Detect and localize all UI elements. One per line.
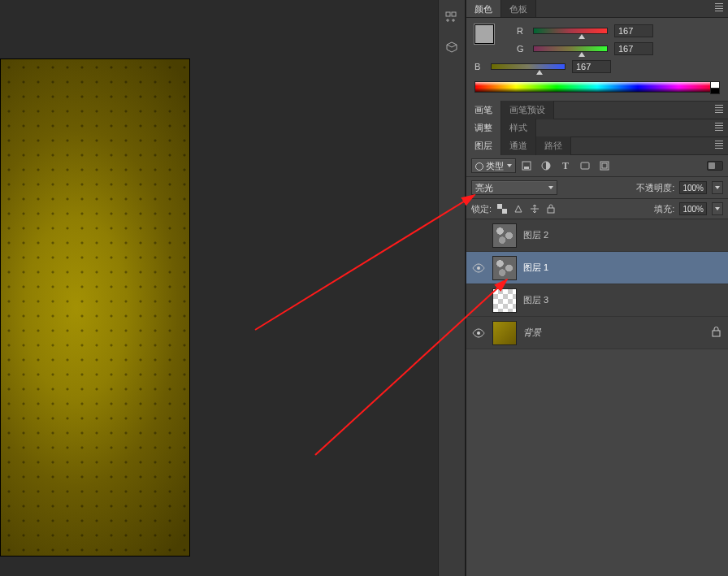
svg-rect-8 [497,204,502,209]
blend-opacity-row: 亮光 不透明度: 100% [466,177,728,199]
filter-smart-icon[interactable] [599,160,610,171]
layer-row[interactable]: 背景 [466,317,728,349]
svg-rect-9 [502,209,507,214]
filter-pixel-icon[interactable] [521,160,532,171]
brush-panel-tabs: 画笔 画笔预设 [466,102,728,119]
layer-lock-icon [712,327,723,339]
canvas-texture [1,59,189,556]
lock-label: 锁定: [471,203,492,215]
tab-brush-preset[interactable]: 画笔预设 [501,101,554,119]
g-label: G [517,44,526,54]
layer-row[interactable]: 图层 2 [466,219,728,252]
svg-rect-7 [602,163,607,168]
tab-adjust[interactable]: 调整 [466,119,501,137]
collapsed-panel-strip [438,0,466,576]
lock-pixels-icon[interactable] [513,203,524,214]
panel-menu-icon[interactable] [713,3,725,13]
layer-visibility-icon[interactable] [471,326,486,340]
svg-rect-0 [446,12,450,16]
toolstrip-icon-1[interactable] [440,6,463,29]
tab-style[interactable]: 样式 [501,119,536,137]
layer-name[interactable]: 图层 3 [523,294,723,306]
lock-transparent-icon[interactable] [496,203,508,214]
fill-slider-toggle[interactable] [712,202,723,215]
layer-name[interactable]: 图层 2 [523,229,723,241]
r-value-input[interactable]: 167 [614,24,653,37]
tab-brush[interactable]: 画笔 [466,101,501,119]
layer-filter-row: 类型 T [466,155,728,177]
layer-thumbnail[interactable] [492,256,517,280]
opacity-label[interactable]: 不透明度: [636,182,674,194]
layer-type-filter-label: 类型 [486,160,504,172]
layers-panel-tabs: 图层 通道 路径 [466,137,728,155]
b-value-input[interactable]: 167 [572,60,611,73]
fill-value[interactable]: 100% [679,202,707,215]
layer-type-filter-dropdown[interactable]: 类型 [471,158,516,173]
svg-point-12 [477,266,480,270]
tab-paths[interactable]: 路径 [536,136,571,155]
canvas-image[interactable] [0,58,190,557]
filter-shape-icon[interactable] [579,160,591,171]
svg-rect-1 [452,12,456,16]
svg-rect-3 [524,167,529,169]
r-label: R [517,26,526,36]
opacity-slider-toggle[interactable] [712,181,723,194]
filter-toggle-switch[interactable] [707,161,723,171]
layer-row[interactable]: 图层 1 [466,252,728,284]
layer-thumbnail[interactable] [492,223,517,248]
color-panel-tabs: 颜色 色板 [466,0,728,18]
color-panel-body: R 167 G 167 B 167 [466,18,728,102]
fill-label[interactable]: 填充: [654,203,674,215]
g-value-input[interactable]: 167 [614,42,653,55]
layer-thumbnail[interactable] [492,288,517,313]
r-slider[interactable] [533,26,608,36]
layer-name[interactable]: 背景 [523,327,705,339]
lock-all-icon[interactable] [545,203,557,214]
b-slider-row: B 167 [474,60,720,73]
toolstrip-icon-2[interactable] [440,36,463,58]
layer-visibility-icon[interactable] [471,261,486,275]
opacity-value[interactable]: 100% [679,181,707,194]
svg-rect-15 [713,331,720,336]
fg-bg-swatches[interactable] [474,24,502,52]
filter-adjust-icon[interactable] [540,160,552,171]
g-slider-row: G 167 [517,42,720,55]
lock-position-icon[interactable] [529,203,540,214]
fg-color-swatch[interactable] [474,24,494,44]
layer-name[interactable]: 图层 1 [523,262,723,274]
blend-mode-value: 亮光 [475,182,493,194]
svg-rect-10 [548,208,554,213]
layer-list: 图层 2图层 1图层 3背景 [466,219,728,349]
svg-point-14 [477,331,480,335]
panel-menu-icon[interactable] [713,123,725,132]
r-slider-row: R 167 [517,24,720,37]
tab-color[interactable]: 颜色 [466,0,501,17]
layer-filter-icons: T [521,160,610,171]
panel-menu-icon[interactable] [713,105,725,115]
b-slider[interactable] [491,62,566,71]
adjust-panel-tabs: 调整 样式 [466,119,728,137]
tab-swatches[interactable]: 色板 [501,0,536,17]
g-slider[interactable] [533,44,608,54]
lock-fill-row: 锁定: 填充: 100% [466,199,728,219]
panels-column: 颜色 色板 R 167 G 167 B [466,0,728,576]
lock-icons-group [496,203,557,214]
layer-row[interactable]: 图层 3 [466,284,728,317]
canvas-area[interactable] [0,0,438,576]
panel-menu-icon[interactable] [713,141,725,150]
b-label: B [474,62,484,71]
tab-channels[interactable]: 通道 [501,136,536,155]
svg-rect-5 [581,162,589,169]
tab-layers[interactable]: 图层 [466,136,501,155]
blend-mode-dropdown[interactable]: 亮光 [471,180,557,195]
layer-thumbnail[interactable] [492,321,517,345]
filter-type-icon[interactable]: T [560,160,571,171]
color-spectrum[interactable] [474,81,720,93]
